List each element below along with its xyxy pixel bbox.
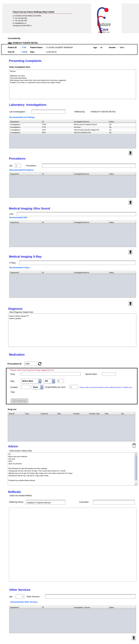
other-qty-input[interactable] <box>16 594 24 599</box>
col-id[interactable]: ID <box>41 120 73 123</box>
col-status[interactable]: Status <box>108 172 136 175</box>
xray-delete-button[interactable] <box>128 301 132 306</box>
uss-delete-button[interactable] <box>128 249 132 254</box>
frequency-select[interactable]: OD ▼ <box>44 379 55 383</box>
procedures-qty-input[interactable] <box>15 164 21 168</box>
frequency-select-value: OD <box>44 380 52 382</box>
advice-delete-button[interactable] <box>132 443 136 448</box>
col-status[interactable]: Status <box>108 271 136 274</box>
procedures-input-label: Procedures : <box>26 164 37 167</box>
col-service[interactable]: Investigation/Service <box>73 172 108 175</box>
table-empty-area <box>8 415 135 441</box>
other-delete-button[interactable] <box>132 635 136 640</box>
duration-unit-select[interactable]: Day/s ▼ <box>32 385 43 389</box>
col-service[interactable]: Investigation/Service <box>73 120 108 123</box>
col-id[interactable]: ID <box>41 606 73 609</box>
per-meal-input[interactable] <box>70 385 78 389</box>
other-table-header: Department ID Investigation / Service St… <box>10 606 136 609</box>
col-duration[interactable]: Duration <box>72 412 88 415</box>
lab-table: Department ID Investigation/Service Stat… <box>9 120 136 148</box>
col-department[interactable]: Department <box>10 221 41 224</box>
recommended-xray-link[interactable]: Recommended X-Rays <box>9 266 30 269</box>
dose-input[interactable] <box>57 379 64 383</box>
col-status[interactable]: Status <box>108 606 136 609</box>
colon: : <box>19 380 20 382</box>
advice-textarea[interactable]: Do Blood urea and creatinine Uric acid P… <box>8 452 138 486</box>
add-drug-button[interactable]: Add Drug <box>10 398 28 404</box>
col-service[interactable]: Investigation/Service <box>73 271 108 274</box>
company-email: E: jude@future.sc <box>13 22 72 24</box>
scroll-up-arrow[interactable]: ▲ <box>135 452 137 455</box>
chevron-down-icon: ▼ <box>38 379 41 383</box>
colon: : <box>118 46 120 48</box>
referral-list-box[interactable] <box>9 508 136 582</box>
drug-input[interactable] <box>21 372 81 376</box>
uss-input[interactable] <box>17 212 136 216</box>
col-id[interactable]: ID <box>41 221 73 224</box>
recommended-uss-link[interactable]: Recommended USS <box>9 216 27 218</box>
section-title-presenting-complaints: Presenting Complaints <box>9 59 42 62</box>
age-label: Age <box>93 46 99 48</box>
company-info: Future Care by Future Holdings (Pty) Lim… <box>13 11 72 27</box>
referred-by-value: HANECKY FUENTE REYES <box>91 110 116 113</box>
lab-investigation-input[interactable] <box>32 110 65 114</box>
table-row[interactable]: Investigations 5971 Stool Occult Blood T… <box>10 131 136 134</box>
referring-doctor-input[interactable] <box>26 500 65 504</box>
duration-unit-value: Day/s <box>32 386 40 388</box>
col-service[interactable]: Investigation/Service <box>73 221 108 224</box>
way-select-value: Before Meal <box>21 380 38 382</box>
recommended-other-link[interactable]: Recommended Other Services <box>10 601 38 603</box>
table-row[interactable]: Investigations 6178 Total Prostate Speci… <box>10 128 136 131</box>
col-service[interactable]: Investigation / Service <box>73 606 108 609</box>
col-duration-type[interactable]: Duration Type <box>88 412 104 415</box>
col-status[interactable]: Status <box>108 221 136 224</box>
table-row[interactable]: Investigations 5774 Uric Acid Ok <box>10 126 136 128</box>
lab-delete-button[interactable] <box>128 150 132 156</box>
recommended-lab-link[interactable]: Recommended Lab Testings <box>9 116 34 118</box>
prescription-id-input[interactable] <box>24 362 37 366</box>
table-empty-area <box>10 176 136 198</box>
col-department[interactable]: Department <box>10 172 41 175</box>
advice-scrollbar[interactable]: ▲ ▼ <box>134 452 137 485</box>
procedures-delete-button[interactable] <box>128 200 132 205</box>
refresh-icon <box>38 362 42 366</box>
colon: : <box>19 373 20 375</box>
col-way[interactable]: Way <box>57 412 72 415</box>
duration-input[interactable] <box>21 385 30 389</box>
company-phone1: T: +24 82 593 593 <box>13 17 72 20</box>
table-row[interactable]: Investigations 5748 Blood Urea & Creatin… <box>10 123 136 126</box>
other-services-input[interactable] <box>45 594 136 598</box>
col-frequency[interactable]: Fequency <box>40 412 57 415</box>
table-empty-area <box>10 134 136 148</box>
col-department[interactable]: Department <box>10 271 41 274</box>
col-department[interactable]: Department <box>10 120 41 123</box>
col-status[interactable]: Status <box>108 120 136 123</box>
advice-text: Do Blood urea and creatinine Uric acid P… <box>8 453 134 485</box>
prescription-refresh-button[interactable] <box>38 362 42 366</box>
section-title-uss: Medical Imaging Ultra Sound <box>9 207 50 210</box>
visit-date-value: 2024-08-20 <box>47 51 57 53</box>
way-select[interactable]: Before Meal ▼ <box>21 379 42 383</box>
col-drug[interactable]: Drug <box>24 412 40 415</box>
special-notes-input[interactable] <box>102 372 116 376</box>
trash-icon <box>129 201 132 204</box>
recommended-procedures-link[interactable]: Recommended Procedures <box>9 169 34 171</box>
procedures-input[interactable] <box>42 164 136 168</box>
col-id[interactable]: ID <box>41 271 73 274</box>
trash-icon <box>129 302 132 305</box>
uss-table: Department ID Investigation/Service Stat… <box>9 221 136 247</box>
consultant-input[interactable] <box>93 500 135 504</box>
diagnosis-textarea[interactable]: Impress kidney disease??? Impress gastri… <box>8 314 136 347</box>
col-id[interactable]: ID <box>41 172 73 175</box>
xray-input[interactable] <box>19 260 136 265</box>
col-qty[interactable]: Qty <box>120 412 135 415</box>
scrollbar-thumb[interactable] <box>135 455 137 480</box>
colon: : <box>100 373 101 375</box>
complaints-textarea[interactable]: Review ABdomen US report Pancreatic lipo… <box>9 70 136 99</box>
scroll-down-arrow[interactable]: ▼ <box>135 483 137 485</box>
col-department[interactable]: Department <box>10 606 41 609</box>
plus-circle-icon <box>13 400 16 402</box>
col-drug-id[interactable]: Drug ID <box>8 412 24 415</box>
patient-row-2: Visit ID : 15048 Date : 2024-08-20 <box>8 51 57 53</box>
col-note[interactable]: Note <box>104 412 120 415</box>
